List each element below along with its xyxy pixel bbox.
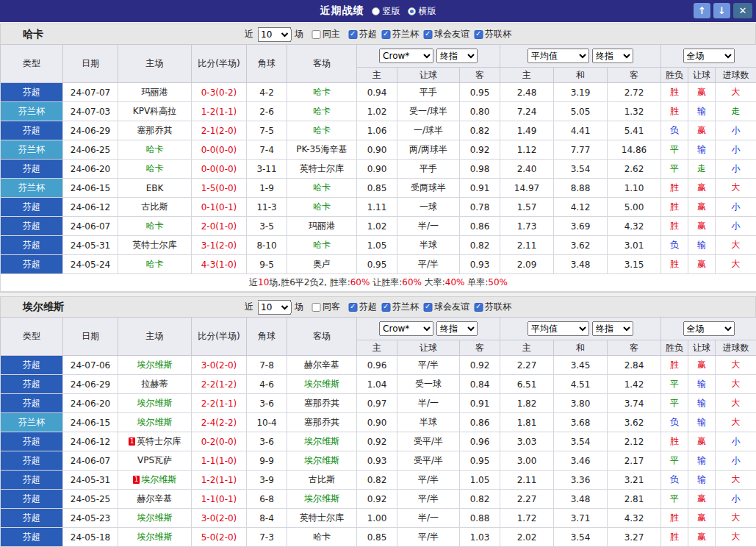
move-up-button[interactable]: ↑ [694, 3, 710, 18]
avg-odds-away: 3.27 [608, 528, 661, 547]
bookmaker-stage-select[interactable]: 终指 [436, 321, 478, 336]
league-checkbox[interactable]: 芬联杯 [474, 28, 511, 40]
checkbox-icon[interactable] [423, 30, 432, 39]
team-name-text: 玛丽港 [142, 87, 168, 97]
away-team: 哈卡 [287, 198, 357, 217]
league-badge: 芬超 [1, 356, 63, 375]
same-venue-checkbox[interactable]: 同客 [312, 301, 340, 313]
result-handicap: 赢 [688, 509, 716, 528]
recent-count-select[interactable]: 10 [257, 27, 291, 42]
team-name-text: 埃尔维斯 [137, 417, 173, 427]
close-button[interactable]: ✕ [733, 3, 752, 18]
team-name: 哈卡 [23, 28, 43, 41]
home-team: 哈卡 [118, 160, 192, 179]
up-arrow-icon: ↑ [698, 5, 706, 16]
handicap-line: 受平/半 [397, 432, 460, 451]
league-checkbox[interactable]: 球会友谊 [423, 301, 469, 313]
result-goals: 大 [716, 83, 756, 102]
move-down-button[interactable]: ↓ [713, 3, 730, 18]
match-scope-select[interactable]: 全场 [683, 49, 735, 63]
avg-odds-away: 1.42 [608, 375, 661, 394]
filter-controls: 近 10 场 同客 芬超芬兰杯球会友谊芬联杯 [245, 300, 511, 315]
league-checkbox[interactable]: 芬兰杯 [381, 28, 419, 40]
handicap-odds-away: 1.03 [460, 528, 500, 547]
same-venue-checkbox[interactable]: 同主 [312, 28, 340, 40]
corner-score: 7-5 [247, 121, 287, 140]
table-header-dropdown-row: 类型 日期 主场 比分(半场) 角球 客场 Crow* 终指 平均值 终指 全场 [1, 45, 756, 68]
match-scope-select[interactable]: 全场 [683, 321, 735, 336]
result-outcome: 负 [661, 236, 688, 255]
checkbox-icon[interactable] [348, 30, 357, 39]
league-checkbox[interactable]: 芬超 [348, 301, 377, 313]
result-goals: 大 [716, 413, 756, 432]
team-name-text: 哈卡 [313, 201, 331, 212]
average-select[interactable]: 平均值 [528, 321, 589, 336]
match-row: 芬超24-05-23埃尔维斯3-0(2-0)8-4英特士尔库1.00半/一0.8… [1, 509, 756, 528]
avg-odds-home: 1.72 [500, 509, 554, 528]
result-goals: 大 [716, 255, 756, 274]
bookmaker-stage-select[interactable]: 终指 [436, 49, 478, 63]
result-outcome: 胜 [661, 102, 688, 121]
checkbox-icon[interactable] [423, 303, 432, 312]
checkbox-icon[interactable] [348, 303, 357, 312]
match-date: 24-06-12 [63, 432, 118, 451]
col-header-away: 客场 [287, 45, 357, 83]
home-team: EBK [118, 179, 192, 198]
away-team: 哈卡 [287, 179, 357, 198]
result-handicap: 赢 [688, 217, 716, 236]
recent-count-select[interactable]: 10 [257, 300, 291, 315]
team-name-text: 赫尔辛基 [304, 360, 339, 370]
handicap-line: 两/两球半 [397, 140, 460, 160]
league-badge: 芬超 [1, 451, 63, 471]
match-score: 3-1(2-0) [192, 236, 247, 255]
match-row: 芬兰杯24-07-03KPV科高拉1-2(1-1)2-6哈卡1.02受一/球半0… [1, 102, 756, 121]
result-handicap: 赢 [688, 255, 716, 274]
team-name-text: 埃尔维斯 [137, 360, 173, 370]
match-row: 芬超24-07-06埃尔维斯3-0(2-0)7-8赫尔辛基0.96平/半0.92… [1, 356, 756, 375]
col-header-type: 类型 [1, 318, 63, 356]
average-select[interactable]: 平均值 [528, 49, 589, 63]
col-header-corner: 角球 [247, 45, 287, 83]
result-outcome: 胜 [661, 528, 688, 547]
league-label: 芬联杯 [485, 28, 511, 40]
avg-odds-draw: 3.36 [554, 471, 608, 490]
league-badge: 芬超 [1, 375, 63, 394]
handicap-line: 半/一 [397, 394, 460, 413]
layout-radio-vertical[interactable]: 竖版 [372, 5, 400, 18]
avg-odds-home: 1.57 [500, 198, 554, 217]
bookmaker-select[interactable]: Crow* [379, 49, 433, 63]
handicap-odds-away: 0.86 [460, 413, 500, 432]
result-goals: 大 [716, 179, 756, 198]
avg-odds-away: 3.15 [608, 255, 661, 274]
handicap-odds-away: 0.86 [460, 217, 500, 236]
radio-icon[interactable] [408, 7, 416, 15]
corner-score: 9-9 [247, 451, 287, 471]
away-team: 英特士尔库 [287, 509, 357, 528]
checkbox-label: 同主 [323, 28, 340, 40]
league-checkbox[interactable]: 芬联杯 [474, 301, 511, 313]
corner-score: 1-9 [247, 179, 287, 198]
avg-odds-draw: 3.48 [554, 255, 608, 274]
handicap-odds-away: 0.95 [460, 451, 500, 471]
average-stage-select[interactable]: 终指 [592, 49, 633, 63]
avg-odds-home: 1.73 [500, 217, 554, 236]
league-checkbox[interactable]: 球会友谊 [423, 28, 469, 40]
layout-radio-horizontal[interactable]: 横版 [408, 5, 436, 18]
checkbox-icon[interactable] [474, 30, 483, 39]
radio-icon[interactable] [372, 7, 380, 15]
match-row: 芬超24-06-29拉赫蒂2-2(1-2)4-6埃尔维斯1.04受一球0.846… [1, 375, 756, 394]
checkbox-icon[interactable] [312, 30, 320, 39]
average-stage-select[interactable]: 终指 [592, 321, 633, 336]
result-goals: 大 [716, 375, 756, 394]
checkbox-icon[interactable] [474, 303, 483, 312]
checkbox-icon[interactable] [381, 30, 390, 39]
checkbox-icon[interactable] [381, 303, 390, 312]
checkbox-icon[interactable] [312, 303, 320, 312]
league-checkbox[interactable]: 芬超 [348, 28, 377, 40]
result-outcome: 平 [661, 140, 688, 160]
avg-odds-away: 3.62 [608, 413, 661, 432]
league-checkbox[interactable]: 芬兰杯 [381, 301, 419, 313]
summary-segment: 40% [445, 277, 465, 287]
bookmaker-select[interactable]: Crow* [379, 321, 433, 336]
match-date: 24-06-15 [63, 413, 118, 432]
